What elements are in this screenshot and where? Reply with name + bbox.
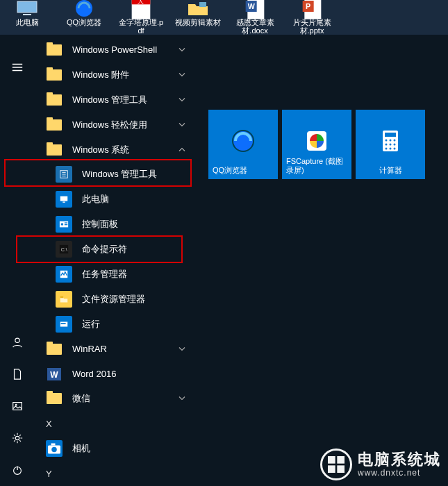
svg-text:P: P bbox=[306, 2, 310, 10]
fscapture-icon bbox=[303, 127, 331, 155]
svg-point-44 bbox=[385, 144, 388, 146]
desktop-icon-video-folder[interactable]: 视频剪辑素材 bbox=[175, 0, 221, 35]
tile-qq-browser[interactable]: QQ浏览器 bbox=[208, 110, 278, 179]
svg-rect-50 bbox=[328, 456, 335, 464]
svg-rect-20 bbox=[63, 202, 65, 203]
folder-icon bbox=[46, 42, 63, 58]
start-menu: Windows PowerShell Windows 附件 Windows 管理… bbox=[0, 35, 448, 486]
chevron-down-icon bbox=[179, 119, 185, 130]
calculator-icon bbox=[376, 127, 404, 155]
all-apps-list[interactable]: Windows PowerShell Windows 附件 Windows 管理… bbox=[35, 35, 198, 486]
qq-browser-icon bbox=[73, 0, 95, 17]
tile-fscapture[interactable]: FSCapture (截图录屏) bbox=[282, 110, 351, 179]
folder-wechat[interactable]: 微信 bbox=[35, 386, 198, 411]
letter-header-y[interactable]: Y bbox=[35, 461, 198, 486]
folder-icon bbox=[46, 67, 63, 83]
watermark-title: 电脑系统城 bbox=[358, 451, 441, 468]
folder-icon bbox=[46, 142, 63, 158]
pptx-icon: P bbox=[301, 0, 323, 17]
desktop-icons: 此电脑 QQ浏览器 人 金字塔原理.pdf 视频剪辑素材 W 感恩文章素材.do… bbox=[0, 0, 448, 35]
chevron-down-icon bbox=[179, 94, 185, 105]
folder-windows-admin-tools[interactable]: Windows 管理工具 bbox=[35, 87, 198, 112]
chevron-down-icon bbox=[179, 69, 185, 80]
desktop-icon-label: 片头片尾素材.pptx bbox=[289, 18, 335, 35]
app-windows-admin-tools[interactable]: Windows 管理工具 bbox=[35, 162, 198, 187]
power-button[interactable] bbox=[0, 454, 35, 486]
app-word-2016[interactable]: W Word 2016 bbox=[35, 362, 198, 387]
svg-rect-1 bbox=[23, 14, 31, 15]
folder-icon bbox=[187, 0, 209, 17]
desktop-icon-docx[interactable]: W 感恩文章素材.docx bbox=[232, 0, 278, 35]
watermark: 电脑系统城 www.dnxtc.net bbox=[320, 449, 441, 480]
svg-rect-40 bbox=[385, 133, 396, 137]
task-manager-icon bbox=[56, 266, 72, 283]
letter-header-x[interactable]: X bbox=[35, 411, 198, 436]
svg-point-48 bbox=[390, 148, 392, 150]
svg-point-13 bbox=[15, 338, 19, 342]
app-file-explorer[interactable]: 文件资源管理器 bbox=[35, 287, 198, 312]
svg-point-43 bbox=[394, 140, 396, 142]
svg-rect-6 bbox=[199, 2, 206, 7]
app-camera[interactable]: 相机 bbox=[35, 436, 198, 461]
tile-calculator[interactable]: 计算器 bbox=[356, 110, 425, 179]
desktop-icon-label: QQ浏览器 bbox=[67, 18, 101, 26]
start-tiles: QQ浏览器 FSCapture (截图录屏) 计算器 bbox=[208, 110, 425, 179]
svg-rect-19 bbox=[60, 196, 68, 201]
svg-rect-0 bbox=[17, 1, 37, 12]
svg-point-46 bbox=[394, 144, 396, 146]
desktop-icon-pptx[interactable]: P 片头片尾素材.pptx bbox=[289, 0, 335, 35]
tile-label: QQ浏览器 bbox=[213, 166, 274, 175]
app-this-pc[interactable]: 此电脑 bbox=[35, 187, 198, 212]
svg-point-22 bbox=[61, 223, 64, 226]
svg-point-42 bbox=[390, 140, 392, 142]
svg-rect-52 bbox=[328, 465, 335, 473]
folder-icon bbox=[46, 390, 63, 407]
settings-button[interactable] bbox=[0, 422, 35, 454]
start-rail bbox=[0, 35, 35, 486]
watermark-url: www.dnxtc.net bbox=[358, 469, 441, 478]
folder-windows-system[interactable]: Windows 系统 bbox=[35, 137, 198, 162]
app-task-manager[interactable]: 任务管理器 bbox=[35, 262, 198, 287]
svg-point-47 bbox=[385, 148, 388, 150]
desktop-icon-qq-browser[interactable]: QQ浏览器 bbox=[61, 0, 107, 35]
start-expand-button[interactable] bbox=[0, 51, 35, 83]
cmd-icon: C:\ bbox=[56, 241, 72, 258]
pc-icon bbox=[16, 0, 38, 17]
svg-point-15 bbox=[15, 404, 17, 406]
control-panel-icon bbox=[56, 216, 72, 233]
app-run[interactable]: 运行 bbox=[35, 312, 198, 337]
run-icon bbox=[56, 316, 72, 333]
folder-icon bbox=[46, 92, 63, 108]
svg-point-41 bbox=[385, 140, 388, 142]
app-label: 文件资源管理器 bbox=[82, 293, 145, 305]
word-icon: W bbox=[46, 366, 63, 383]
chevron-down-icon bbox=[179, 44, 185, 55]
desktop-icon-label: 视频剪辑素材 bbox=[175, 18, 221, 26]
app-command-prompt[interactable]: C:\ 命令提示符 bbox=[35, 237, 198, 262]
svg-rect-35 bbox=[51, 444, 56, 446]
svg-text:W: W bbox=[50, 370, 58, 380]
svg-text:C:\: C:\ bbox=[61, 247, 67, 252]
app-label: WinRAR bbox=[72, 344, 107, 354]
user-account-button[interactable] bbox=[0, 326, 35, 358]
app-label: Windows PowerShell bbox=[72, 44, 157, 55]
app-label: 控制面板 bbox=[82, 218, 118, 231]
folder-windows-accessories[interactable]: Windows 附件 bbox=[35, 62, 198, 87]
app-label: Windows 轻松使用 bbox=[72, 119, 147, 131]
svg-point-45 bbox=[390, 144, 392, 146]
documents-button[interactable] bbox=[0, 358, 35, 390]
watermark-logo-icon bbox=[320, 449, 352, 480]
desktop-icon-pdf[interactable]: 人 金字塔原理.pdf bbox=[118, 0, 164, 35]
desktop-icon-this-pc[interactable]: 此电脑 bbox=[4, 0, 50, 35]
chevron-up-icon bbox=[179, 144, 185, 155]
svg-point-49 bbox=[394, 148, 396, 150]
app-label: 相机 bbox=[72, 442, 90, 455]
svg-rect-28 bbox=[60, 296, 63, 298]
folder-winrar[interactable]: WinRAR bbox=[35, 337, 198, 362]
folder-windows-powershell[interactable]: Windows PowerShell bbox=[35, 37, 198, 62]
qq-browser-icon bbox=[229, 127, 257, 155]
file-explorer-icon bbox=[56, 291, 72, 308]
pictures-button[interactable] bbox=[0, 390, 35, 422]
folder-windows-ease-of-access[interactable]: Windows 轻松使用 bbox=[35, 112, 198, 137]
app-control-panel[interactable]: 控制面板 bbox=[35, 212, 198, 237]
